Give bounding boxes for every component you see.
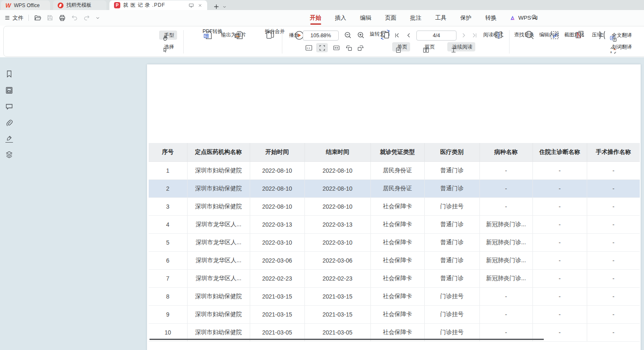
menu-item-2[interactable]: 插入 bbox=[334, 10, 347, 26]
rotate-right-icon[interactable] bbox=[355, 43, 365, 52]
table-cell: 2021-03-15 bbox=[250, 305, 304, 323]
thumbnail-icon[interactable] bbox=[5, 86, 13, 95]
file-menu-button[interactable]: 文件 bbox=[4, 14, 23, 22]
split-merge-button[interactable]: 拆分合并 bbox=[250, 30, 279, 31]
table-cell: 2022-02-23 bbox=[304, 269, 370, 287]
double-page-button[interactable]: 双页 bbox=[420, 42, 428, 51]
table-cell: 深圳市妇幼保健院 bbox=[187, 305, 250, 323]
table-cell: 1 bbox=[149, 161, 187, 179]
fit-page-button[interactable] bbox=[316, 43, 328, 52]
table-cell: 普通门诊 bbox=[424, 251, 479, 269]
menu-item-1[interactable]: 开始 bbox=[309, 10, 322, 26]
table-row: 7深圳市龙华区人...2022-02-232022-02-23社会保障卡普通门诊… bbox=[149, 269, 640, 287]
menu-item-4[interactable]: 页面 bbox=[384, 10, 397, 26]
screenshot-compare-button[interactable]: 截图对比 bbox=[563, 30, 586, 38]
fit-width-button[interactable] bbox=[330, 43, 342, 52]
page-indicator-input[interactable]: 4/4 bbox=[416, 31, 456, 41]
table-cell: 2022-03-10 bbox=[250, 233, 304, 251]
table-cell: 2022-08-10 bbox=[304, 161, 370, 179]
close-tab-icon[interactable] bbox=[198, 3, 203, 8]
edit-content-button[interactable]: 编辑内容 bbox=[538, 30, 561, 38]
continuous-read-button[interactable]: 连续阅读 bbox=[447, 42, 475, 51]
table-cell: 9 bbox=[149, 305, 187, 323]
full-translate-button[interactable]: A 全文翻译 bbox=[607, 31, 635, 40]
medical-records-table: 序号定点医药机构名称开始时间结束时间就诊凭证类型医疗类别病种名称住院主诊断名称手… bbox=[149, 143, 640, 342]
rotate-left-icon[interactable] bbox=[344, 43, 354, 52]
table-cell: - bbox=[587, 197, 640, 215]
table-cell: - bbox=[479, 197, 532, 215]
rotate-document-button[interactable]: 旋转文档 bbox=[366, 29, 393, 38]
print-icon[interactable] bbox=[58, 14, 66, 22]
table-cell: 2022-03-06 bbox=[250, 251, 304, 269]
column-header: 定点医药机构名称 bbox=[187, 143, 250, 161]
play-button[interactable]: 播放 bbox=[285, 30, 303, 39]
table-cell: 居民身份证 bbox=[370, 161, 424, 179]
monitor-icon[interactable] bbox=[188, 3, 194, 8]
menu-item-6[interactable]: 工具 bbox=[434, 10, 447, 26]
layers-icon[interactable] bbox=[5, 151, 13, 159]
select-tool-button[interactable]: 选择 bbox=[159, 42, 177, 51]
menu-item-8[interactable]: 转换 bbox=[484, 10, 497, 26]
undo-icon[interactable] bbox=[71, 14, 78, 21]
pdf-convert-button[interactable]: W PDF转换 bbox=[188, 30, 218, 31]
attachment-icon[interactable] bbox=[5, 119, 13, 127]
save-icon[interactable] bbox=[46, 14, 53, 21]
tab-docer-templates[interactable]: 找稻壳模板 bbox=[53, 0, 106, 10]
table-cell: 普通门诊 bbox=[424, 269, 479, 287]
table-cell: 5 bbox=[149, 233, 187, 251]
search-icon[interactable] bbox=[531, 14, 538, 21]
table-cell: - bbox=[532, 161, 587, 179]
menu-item-7[interactable]: 保护 bbox=[459, 10, 472, 26]
table-row: 8深圳市妇幼保健院2021-03-152021-03-15社会保障卡门诊挂号--… bbox=[149, 287, 640, 305]
single-page-button[interactable]: 单页 bbox=[392, 42, 410, 51]
menu-item-5[interactable]: 批注 bbox=[409, 10, 422, 26]
new-tab-button[interactable] bbox=[213, 3, 220, 10]
zoom-level-select[interactable]: 105.88% bbox=[303, 31, 339, 41]
redo-icon[interactable] bbox=[83, 14, 90, 21]
table-cell: 门诊挂号 bbox=[424, 287, 479, 305]
table-cell: - bbox=[587, 161, 640, 179]
open-file-icon[interactable] bbox=[34, 14, 41, 22]
tab-wps-office[interactable]: W WPS Office bbox=[1, 0, 50, 10]
word-translate-button[interactable]: xA 划词翻译 bbox=[607, 42, 615, 51]
tab-bar: W WPS Office 找稻壳模板 P 就 医 记 录 .PDF bbox=[0, 0, 644, 10]
table-header-row: 序号定点医药机构名称开始时间结束时间就诊凭证类型医疗类别病种名称住院主诊断名称手… bbox=[149, 143, 640, 161]
column-header: 病种名称 bbox=[479, 143, 532, 161]
table-cell: 2022-08-10 bbox=[250, 197, 304, 215]
table-cell: - bbox=[587, 269, 640, 287]
find-replace-button[interactable]: 查找替换 bbox=[512, 30, 536, 38]
table-cell: - bbox=[587, 323, 640, 341]
hand-tool-button[interactable]: 手型 bbox=[159, 31, 177, 40]
signature-icon[interactable] bbox=[5, 135, 13, 143]
table-cell: 社会保障卡 bbox=[370, 197, 424, 215]
table-cell: 门诊挂号 bbox=[424, 197, 479, 215]
left-panel-rail bbox=[0, 57, 18, 350]
table-cell: 2021-03-15 bbox=[304, 287, 370, 305]
table-cell: 2022-08-10 bbox=[304, 197, 370, 215]
table-cell: - bbox=[587, 179, 640, 197]
table-cell: 7 bbox=[149, 269, 187, 287]
docer-logo-icon bbox=[58, 3, 63, 8]
menu-items: 开始插入编辑页面批注工具保护转换WPS AI bbox=[309, 10, 538, 26]
menu-item-3[interactable]: 编辑 bbox=[359, 10, 372, 26]
tab-document[interactable]: P 就 医 记 录 .PDF bbox=[109, 0, 207, 10]
table-cell: 新冠肺炎门诊... bbox=[479, 251, 532, 269]
table-cell: 新冠肺炎门诊... bbox=[479, 233, 532, 251]
bookmark-icon[interactable] bbox=[5, 70, 13, 78]
comment-icon[interactable] bbox=[5, 102, 13, 111]
export-image-button[interactable]: 输出为图片 bbox=[218, 30, 249, 38]
quick-access-chevron-icon[interactable] bbox=[95, 15, 100, 20]
table-cell: - bbox=[532, 269, 587, 287]
svg-text:1:1: 1:1 bbox=[307, 47, 310, 49]
tab-list-chevron-icon[interactable] bbox=[222, 5, 227, 9]
table-row: 5深圳市龙华区人...2022-03-102022-03-10社会保障卡普通门诊… bbox=[149, 233, 640, 251]
compress-button[interactable]: 压缩 bbox=[588, 30, 605, 38]
table-cell: 深圳市龙华区人... bbox=[187, 215, 250, 233]
table-cell: 深圳市龙华区人... bbox=[187, 269, 250, 287]
actual-size-button[interactable]: 1:1 bbox=[304, 43, 314, 52]
table-cell: 普通门诊 bbox=[424, 161, 479, 179]
read-mode-button[interactable]: 阅读模式 bbox=[482, 30, 505, 38]
table-cell: 深圳市妇幼保健院 bbox=[187, 179, 250, 197]
table-cell: - bbox=[532, 251, 587, 269]
table-cell: 深圳市妇幼保健院 bbox=[187, 287, 250, 305]
